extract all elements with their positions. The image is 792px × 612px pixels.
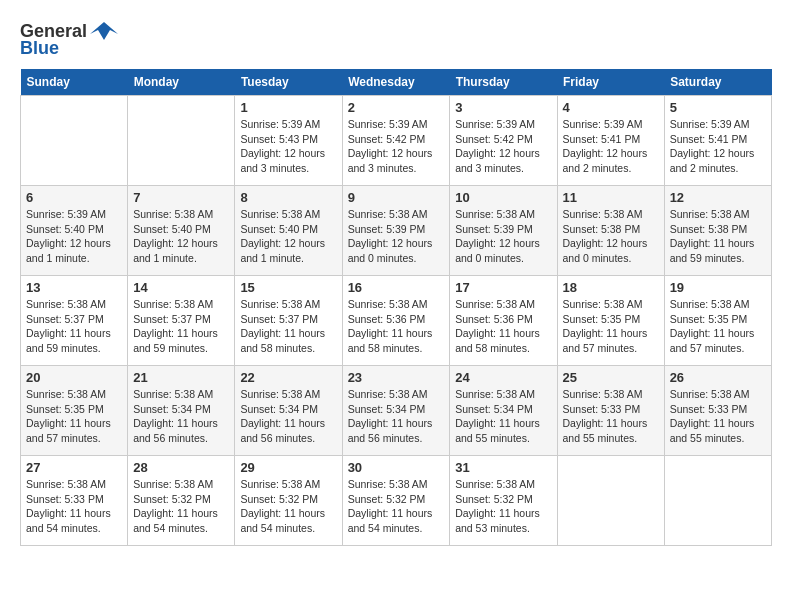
day-info: Sunrise: 5:39 AM Sunset: 5:40 PM Dayligh…: [26, 207, 122, 266]
day-info: Sunrise: 5:38 AM Sunset: 5:37 PM Dayligh…: [26, 297, 122, 356]
calendar-cell: 17Sunrise: 5:38 AM Sunset: 5:36 PM Dayli…: [450, 276, 557, 366]
day-info: Sunrise: 5:39 AM Sunset: 5:41 PM Dayligh…: [563, 117, 659, 176]
calendar-header: SundayMondayTuesdayWednesdayThursdayFrid…: [21, 69, 772, 96]
day-info: Sunrise: 5:38 AM Sunset: 5:34 PM Dayligh…: [348, 387, 445, 446]
calendar-cell: 29Sunrise: 5:38 AM Sunset: 5:32 PM Dayli…: [235, 456, 342, 546]
day-info: Sunrise: 5:39 AM Sunset: 5:42 PM Dayligh…: [348, 117, 445, 176]
calendar-cell: 19Sunrise: 5:38 AM Sunset: 5:35 PM Dayli…: [664, 276, 771, 366]
day-info: Sunrise: 5:38 AM Sunset: 5:34 PM Dayligh…: [455, 387, 551, 446]
day-number: 10: [455, 190, 551, 205]
calendar-cell: 21Sunrise: 5:38 AM Sunset: 5:34 PM Dayli…: [128, 366, 235, 456]
day-number: 25: [563, 370, 659, 385]
calendar-cell: 24Sunrise: 5:38 AM Sunset: 5:34 PM Dayli…: [450, 366, 557, 456]
calendar-cell: 15Sunrise: 5:38 AM Sunset: 5:37 PM Dayli…: [235, 276, 342, 366]
calendar-week-1: 1Sunrise: 5:39 AM Sunset: 5:43 PM Daylig…: [21, 96, 772, 186]
calendar-week-4: 20Sunrise: 5:38 AM Sunset: 5:35 PM Dayli…: [21, 366, 772, 456]
calendar-cell: 14Sunrise: 5:38 AM Sunset: 5:37 PM Dayli…: [128, 276, 235, 366]
calendar-cell: 27Sunrise: 5:38 AM Sunset: 5:33 PM Dayli…: [21, 456, 128, 546]
day-info: Sunrise: 5:38 AM Sunset: 5:33 PM Dayligh…: [563, 387, 659, 446]
calendar-week-2: 6Sunrise: 5:39 AM Sunset: 5:40 PM Daylig…: [21, 186, 772, 276]
calendar-cell: [664, 456, 771, 546]
day-number: 22: [240, 370, 336, 385]
day-info: Sunrise: 5:39 AM Sunset: 5:43 PM Dayligh…: [240, 117, 336, 176]
calendar-cell: 7Sunrise: 5:38 AM Sunset: 5:40 PM Daylig…: [128, 186, 235, 276]
day-info: Sunrise: 5:38 AM Sunset: 5:37 PM Dayligh…: [133, 297, 229, 356]
calendar-cell: 23Sunrise: 5:38 AM Sunset: 5:34 PM Dayli…: [342, 366, 450, 456]
calendar-cell: 2Sunrise: 5:39 AM Sunset: 5:42 PM Daylig…: [342, 96, 450, 186]
calendar-cell: [557, 456, 664, 546]
day-number: 11: [563, 190, 659, 205]
calendar-cell: 31Sunrise: 5:38 AM Sunset: 5:32 PM Dayli…: [450, 456, 557, 546]
calendar-week-3: 13Sunrise: 5:38 AM Sunset: 5:37 PM Dayli…: [21, 276, 772, 366]
calendar-cell: 8Sunrise: 5:38 AM Sunset: 5:40 PM Daylig…: [235, 186, 342, 276]
calendar-week-5: 27Sunrise: 5:38 AM Sunset: 5:33 PM Dayli…: [21, 456, 772, 546]
day-number: 26: [670, 370, 766, 385]
day-info: Sunrise: 5:38 AM Sunset: 5:35 PM Dayligh…: [563, 297, 659, 356]
day-info: Sunrise: 5:38 AM Sunset: 5:38 PM Dayligh…: [670, 207, 766, 266]
day-info: Sunrise: 5:38 AM Sunset: 5:40 PM Dayligh…: [133, 207, 229, 266]
calendar-cell: 11Sunrise: 5:38 AM Sunset: 5:38 PM Dayli…: [557, 186, 664, 276]
day-info: Sunrise: 5:38 AM Sunset: 5:34 PM Dayligh…: [240, 387, 336, 446]
calendar-body: 1Sunrise: 5:39 AM Sunset: 5:43 PM Daylig…: [21, 96, 772, 546]
day-info: Sunrise: 5:38 AM Sunset: 5:35 PM Dayligh…: [26, 387, 122, 446]
calendar-cell: 18Sunrise: 5:38 AM Sunset: 5:35 PM Dayli…: [557, 276, 664, 366]
weekday-header-thursday: Thursday: [450, 69, 557, 96]
logo: General Blue: [20, 20, 118, 59]
header: General Blue: [20, 20, 772, 59]
day-number: 20: [26, 370, 122, 385]
day-number: 28: [133, 460, 229, 475]
day-info: Sunrise: 5:38 AM Sunset: 5:40 PM Dayligh…: [240, 207, 336, 266]
calendar-cell: 26Sunrise: 5:38 AM Sunset: 5:33 PM Dayli…: [664, 366, 771, 456]
day-info: Sunrise: 5:38 AM Sunset: 5:38 PM Dayligh…: [563, 207, 659, 266]
calendar-cell: 1Sunrise: 5:39 AM Sunset: 5:43 PM Daylig…: [235, 96, 342, 186]
day-info: Sunrise: 5:39 AM Sunset: 5:41 PM Dayligh…: [670, 117, 766, 176]
calendar-cell: 4Sunrise: 5:39 AM Sunset: 5:41 PM Daylig…: [557, 96, 664, 186]
calendar-cell: 9Sunrise: 5:38 AM Sunset: 5:39 PM Daylig…: [342, 186, 450, 276]
weekday-header-friday: Friday: [557, 69, 664, 96]
weekday-header-tuesday: Tuesday: [235, 69, 342, 96]
day-number: 1: [240, 100, 336, 115]
day-info: Sunrise: 5:38 AM Sunset: 5:37 PM Dayligh…: [240, 297, 336, 356]
weekday-header-sunday: Sunday: [21, 69, 128, 96]
day-number: 23: [348, 370, 445, 385]
day-info: Sunrise: 5:38 AM Sunset: 5:39 PM Dayligh…: [348, 207, 445, 266]
calendar-cell: 3Sunrise: 5:39 AM Sunset: 5:42 PM Daylig…: [450, 96, 557, 186]
weekday-header-saturday: Saturday: [664, 69, 771, 96]
day-info: Sunrise: 5:38 AM Sunset: 5:32 PM Dayligh…: [133, 477, 229, 536]
day-number: 27: [26, 460, 122, 475]
day-number: 5: [670, 100, 766, 115]
day-info: Sunrise: 5:38 AM Sunset: 5:36 PM Dayligh…: [455, 297, 551, 356]
day-number: 7: [133, 190, 229, 205]
calendar-cell: 28Sunrise: 5:38 AM Sunset: 5:32 PM Dayli…: [128, 456, 235, 546]
day-info: Sunrise: 5:38 AM Sunset: 5:33 PM Dayligh…: [26, 477, 122, 536]
day-number: 31: [455, 460, 551, 475]
day-info: Sunrise: 5:38 AM Sunset: 5:32 PM Dayligh…: [455, 477, 551, 536]
day-number: 16: [348, 280, 445, 295]
day-number: 17: [455, 280, 551, 295]
day-number: 9: [348, 190, 445, 205]
day-number: 6: [26, 190, 122, 205]
day-number: 13: [26, 280, 122, 295]
day-number: 24: [455, 370, 551, 385]
svg-marker-0: [90, 22, 118, 40]
calendar-cell: 20Sunrise: 5:38 AM Sunset: 5:35 PM Dayli…: [21, 366, 128, 456]
day-info: Sunrise: 5:38 AM Sunset: 5:34 PM Dayligh…: [133, 387, 229, 446]
calendar-cell: 25Sunrise: 5:38 AM Sunset: 5:33 PM Dayli…: [557, 366, 664, 456]
day-number: 19: [670, 280, 766, 295]
day-number: 30: [348, 460, 445, 475]
calendar-cell: 6Sunrise: 5:39 AM Sunset: 5:40 PM Daylig…: [21, 186, 128, 276]
weekday-header-monday: Monday: [128, 69, 235, 96]
day-number: 21: [133, 370, 229, 385]
calendar-cell: 10Sunrise: 5:38 AM Sunset: 5:39 PM Dayli…: [450, 186, 557, 276]
day-number: 15: [240, 280, 336, 295]
calendar-cell: 5Sunrise: 5:39 AM Sunset: 5:41 PM Daylig…: [664, 96, 771, 186]
calendar-cell: 12Sunrise: 5:38 AM Sunset: 5:38 PM Dayli…: [664, 186, 771, 276]
day-info: Sunrise: 5:38 AM Sunset: 5:32 PM Dayligh…: [348, 477, 445, 536]
calendar-cell: [21, 96, 128, 186]
calendar-cell: 30Sunrise: 5:38 AM Sunset: 5:32 PM Dayli…: [342, 456, 450, 546]
day-number: 18: [563, 280, 659, 295]
calendar-cell: 13Sunrise: 5:38 AM Sunset: 5:37 PM Dayli…: [21, 276, 128, 366]
day-info: Sunrise: 5:39 AM Sunset: 5:42 PM Dayligh…: [455, 117, 551, 176]
day-info: Sunrise: 5:38 AM Sunset: 5:32 PM Dayligh…: [240, 477, 336, 536]
day-number: 29: [240, 460, 336, 475]
